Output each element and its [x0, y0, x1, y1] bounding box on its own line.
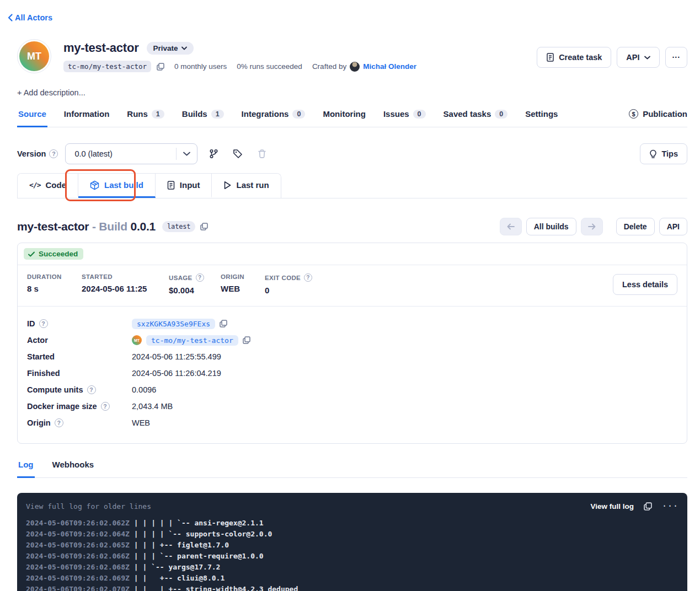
stat-label-started: STARTED — [82, 273, 169, 280]
tab-runs[interactable]: Runs 1 — [126, 108, 165, 127]
terminal-menu-icon[interactable]: ··· — [662, 502, 678, 511]
tab-count-badge: 0 — [413, 110, 426, 119]
tab-label: Runs — [127, 109, 148, 119]
next-build-button[interactable] — [581, 218, 603, 235]
build-title: my-test-actor - Build 0.0.1 latest — [17, 220, 208, 233]
tab-saved-tasks[interactable]: Saved tasks 0 — [442, 108, 509, 127]
log-line: 2024-05-06T09:26:02.066Z| | | `-- parent… — [26, 551, 678, 562]
status-label: Succeeded — [39, 250, 78, 258]
help-icon[interactable]: ? — [55, 418, 63, 427]
detail-label: Actor — [27, 336, 48, 345]
view-full-log-button[interactable]: View full log — [590, 502, 634, 511]
file-icon — [167, 181, 175, 190]
copy-icon[interactable] — [200, 223, 208, 230]
version-select[interactable]: 0.0 (latest) — [65, 143, 197, 164]
detail-label: ID — [27, 319, 35, 328]
log-text: | | | | | `-- ansi-regex@2.1.1 — [134, 519, 264, 527]
tab-source[interactable]: Source — [17, 108, 47, 127]
help-icon[interactable]: ? — [39, 319, 48, 328]
source-tab-bar: </> Code Last build Input Last run — [17, 173, 687, 198]
tab-monitoring[interactable]: Monitoring — [322, 108, 366, 127]
older-lines-link[interactable]: View full log for older lines — [26, 502, 151, 511]
tag-icon[interactable] — [229, 146, 246, 162]
log-line: 2024-05-06T09:26:02.070Z| | | +-- string… — [26, 584, 678, 591]
log-timestamp: 2024-05-06T09:26:02.066Z — [26, 552, 130, 560]
publication-button[interactable]: $ Publication — [629, 109, 687, 126]
copy-icon[interactable] — [220, 320, 227, 327]
detail-row-started: Started 2024-05-06 11:25:55.499 — [27, 348, 677, 365]
more-actions-button[interactable]: ··· — [665, 47, 688, 68]
copy-icon[interactable] — [644, 502, 652, 511]
api-dropdown-button[interactable]: API — [617, 47, 659, 68]
tab-last-run[interactable]: Last run — [212, 174, 280, 198]
tab-code[interactable]: </> Code — [18, 174, 78, 198]
actor-link-badge[interactable]: tc-mo/my-test-actor — [146, 335, 238, 346]
log-line: 2024-05-06T09:26:02.069Z| | +-- cliui@8.… — [26, 573, 678, 584]
tab-input[interactable]: Input — [156, 174, 212, 198]
tips-button[interactable]: Tips — [640, 143, 687, 164]
tab-label: Last run — [236, 180, 269, 190]
help-icon[interactable]: ? — [304, 273, 312, 282]
copy-icon[interactable] — [157, 63, 164, 71]
tab-label: Saved tasks — [443, 109, 491, 119]
help-icon[interactable]: ? — [87, 385, 96, 394]
log-text: | | `-- yargs@17.7.2 — [134, 563, 221, 571]
git-branch-icon[interactable] — [205, 146, 222, 162]
less-details-button[interactable]: Less details — [613, 274, 677, 295]
build-version: 0.0.1 — [130, 220, 156, 233]
tab-settings[interactable]: Settings — [524, 108, 559, 127]
detail-value: 0.0096 — [132, 385, 156, 394]
tab-webhooks[interactable]: Webhooks — [51, 459, 95, 478]
help-icon[interactable]: ? — [49, 149, 58, 158]
build-api-button[interactable]: API — [659, 218, 687, 235]
delete-version-icon[interactable] — [254, 146, 270, 162]
tab-integrations[interactable]: Integrations 0 — [241, 108, 307, 127]
tab-label: Information — [64, 109, 110, 119]
less-details-label: Less details — [622, 280, 668, 289]
tab-issues[interactable]: Issues 0 — [382, 108, 427, 127]
runs-succeeded-stat: 0% runs succeeded — [237, 62, 302, 71]
visibility-dropdown[interactable]: Private — [147, 42, 194, 55]
stat-value-exit-code: 0 — [265, 286, 312, 295]
log-timestamp: 2024-05-06T09:26:02.070Z — [26, 585, 130, 591]
package-icon — [90, 180, 99, 190]
stat-value-started: 2024-05-06 11:25 — [82, 284, 169, 293]
tab-information[interactable]: Information — [63, 108, 111, 127]
tab-log[interactable]: Log — [17, 459, 35, 478]
all-builds-button[interactable]: All builds — [526, 218, 576, 235]
document-icon — [546, 53, 554, 62]
stat-label-origin: ORIGIN — [221, 273, 265, 280]
delete-build-button[interactable]: Delete — [616, 218, 655, 235]
create-task-button[interactable]: Create task — [537, 47, 611, 68]
separator: - — [89, 220, 99, 233]
author-link[interactable]: Michał Olender — [363, 62, 416, 71]
tab-count-badge: 0 — [495, 110, 507, 119]
build-detail-card: Succeeded DURATION 8 s STARTED 2024-05-0… — [17, 243, 687, 444]
tab-builds[interactable]: Builds 1 — [181, 108, 225, 127]
tab-count-badge: 1 — [211, 110, 224, 119]
build-log-terminal: View full log for older lines View full … — [17, 493, 687, 591]
copy-icon[interactable] — [243, 336, 250, 344]
tab-label: Settings — [525, 109, 558, 119]
detail-label: Finished — [27, 369, 60, 378]
log-text: | | | `-- parent-require@1.0.0 — [134, 552, 264, 560]
dollar-icon: $ — [629, 109, 638, 119]
log-timestamp: 2024-05-06T09:26:02.068Z — [26, 563, 130, 571]
stat-label-duration: DURATION — [27, 273, 82, 280]
tab-last-build[interactable]: Last build — [78, 174, 156, 198]
log-line: 2024-05-06T09:26:02.064Z| | | | `-- supp… — [26, 529, 678, 540]
detail-value: 2024-05-06 11:25:55.499 — [132, 352, 221, 361]
help-icon[interactable]: ? — [101, 402, 110, 411]
help-icon[interactable]: ? — [196, 273, 204, 282]
stat-value-origin: WEB — [221, 284, 265, 293]
previous-build-button[interactable] — [500, 218, 522, 235]
detail-row-docker-image-size: Docker image size ? 2,043.4 MB — [27, 398, 677, 415]
detail-value: 2,043.4 MB — [132, 402, 173, 411]
log-text: | | | +-- figlet@1.7.0 — [134, 541, 229, 549]
add-description-button[interactable]: + Add description... — [17, 88, 687, 97]
tab-label: Monitoring — [323, 109, 365, 119]
stat-label-usage: USAGE — [169, 275, 193, 281]
log-timestamp: 2024-05-06T09:26:02.069Z — [26, 574, 130, 582]
back-to-all-actors-link[interactable]: All Actors — [8, 13, 52, 22]
actor-avatar-initials: MT — [19, 41, 49, 71]
